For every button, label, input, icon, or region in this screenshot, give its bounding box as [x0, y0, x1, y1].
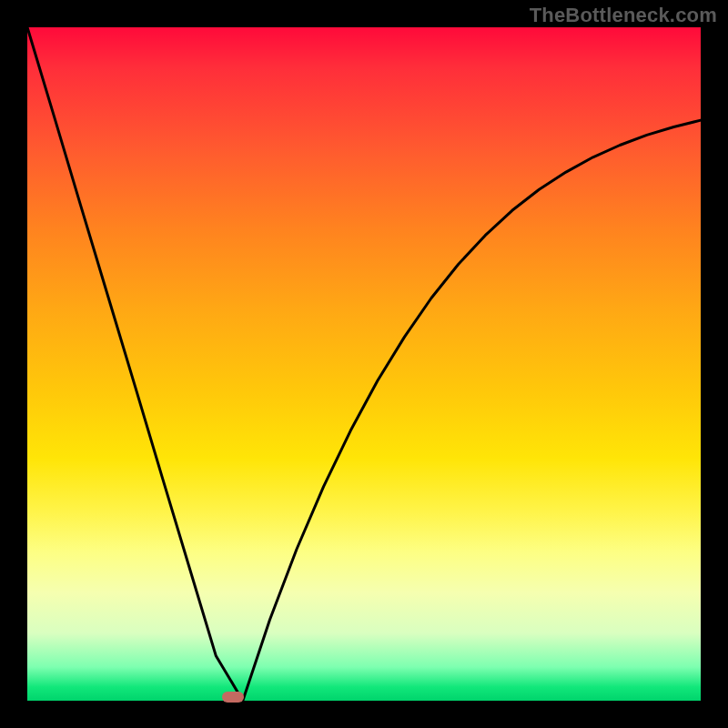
chart-frame: TheBottleneck.com	[0, 0, 728, 728]
chart-plot-area	[27, 27, 701, 701]
chart-curve-svg	[27, 27, 701, 701]
watermark-text: TheBottleneck.com	[530, 4, 717, 27]
chart-marker	[222, 692, 244, 703]
chart-curve	[27, 27, 701, 701]
